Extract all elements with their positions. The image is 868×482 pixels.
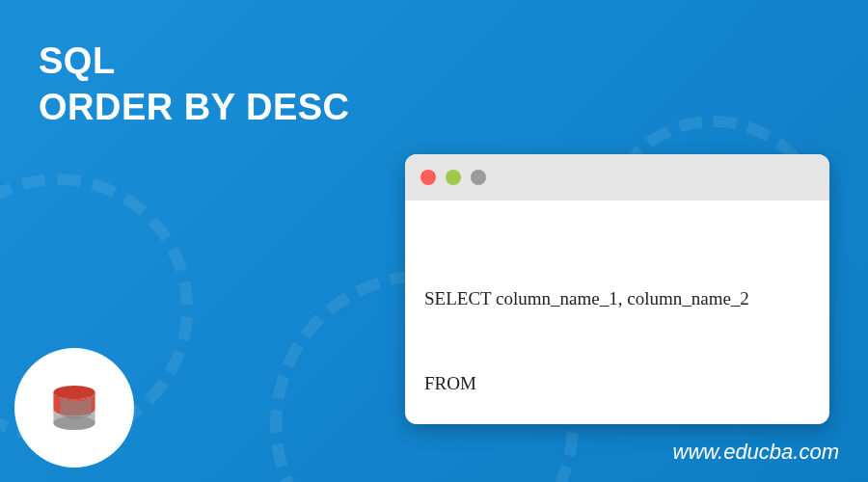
svg-point-0: [53, 386, 95, 399]
minimize-icon: [446, 170, 461, 185]
title-line-1: SQL: [39, 39, 350, 85]
code-body: SELECT column_name_1, column_name_2 FROM…: [405, 201, 829, 424]
title-line-2: ORDER BY DESC: [39, 85, 350, 131]
sql-server-logo-icon: [40, 373, 109, 442]
logo-badge: [14, 348, 134, 468]
code-window: SELECT column_name_1, column_name_2 FROM…: [405, 154, 829, 424]
code-line: SELECT column_name_1, column_name_2: [424, 284, 810, 312]
page-title: SQL ORDER BY DESC: [39, 39, 350, 130]
window-title-bar: [405, 154, 829, 201]
close-icon: [420, 170, 436, 185]
footer-url: www.educba.com: [673, 440, 839, 465]
maximize-icon: [471, 170, 486, 185]
code-line: FROM: [424, 369, 810, 397]
